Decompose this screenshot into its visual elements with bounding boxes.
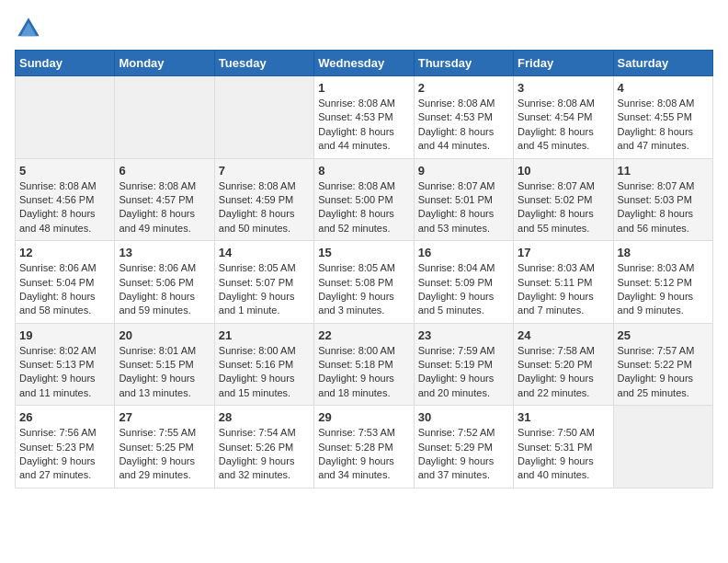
day-detail: Sunrise: 8:08 AMSunset: 4:53 PMDaylight:… bbox=[318, 97, 409, 154]
calendar-cell: 2Sunrise: 8:08 AMSunset: 4:53 PMDaylight… bbox=[414, 76, 513, 159]
logo-icon bbox=[15, 15, 42, 42]
calendar-header: SundayMondayTuesdayWednesdayThursdayFrid… bbox=[16, 51, 713, 76]
calendar-cell: 29Sunrise: 7:53 AMSunset: 5:28 PMDayligh… bbox=[314, 406, 414, 488]
day-number: 7 bbox=[219, 164, 310, 178]
calendar-cell: 9Sunrise: 8:07 AMSunset: 5:01 PMDaylight… bbox=[414, 158, 513, 241]
day-detail: Sunrise: 7:55 AMSunset: 5:25 PMDaylight:… bbox=[119, 426, 210, 483]
week-row-5: 26Sunrise: 7:56 AMSunset: 5:23 PMDayligh… bbox=[16, 406, 713, 488]
day-number: 12 bbox=[19, 246, 110, 259]
day-detail: Sunrise: 7:54 AMSunset: 5:26 PMDaylight:… bbox=[219, 426, 310, 483]
weekday-header-tuesday: Tuesday bbox=[214, 51, 313, 76]
day-number: 2 bbox=[418, 81, 509, 95]
day-number: 19 bbox=[19, 328, 110, 342]
day-detail: Sunrise: 8:01 AMSunset: 5:15 PMDaylight:… bbox=[119, 344, 210, 401]
day-detail: Sunrise: 8:07 AMSunset: 5:01 PMDaylight:… bbox=[418, 179, 509, 236]
day-detail: Sunrise: 7:50 AMSunset: 5:31 PMDaylight:… bbox=[518, 426, 609, 483]
calendar-table: SundayMondayTuesdayWednesdayThursdayFrid… bbox=[15, 50, 713, 488]
day-number: 1 bbox=[318, 81, 409, 95]
calendar-cell: 6Sunrise: 8:08 AMSunset: 4:57 PMDaylight… bbox=[115, 158, 214, 241]
day-detail: Sunrise: 8:07 AMSunset: 5:03 PMDaylight:… bbox=[618, 179, 709, 236]
day-detail: Sunrise: 7:58 AMSunset: 5:20 PMDaylight:… bbox=[518, 344, 609, 401]
calendar-body: 1Sunrise: 8:08 AMSunset: 4:53 PMDaylight… bbox=[16, 76, 713, 488]
day-number: 6 bbox=[119, 164, 210, 178]
week-row-1: 1Sunrise: 8:08 AMSunset: 4:53 PMDaylight… bbox=[16, 76, 713, 159]
week-row-3: 12Sunrise: 8:06 AMSunset: 5:04 PMDayligh… bbox=[16, 241, 713, 324]
calendar-cell bbox=[115, 76, 214, 159]
day-number: 5 bbox=[19, 164, 110, 178]
day-detail: Sunrise: 8:08 AMSunset: 4:53 PMDaylight:… bbox=[418, 97, 509, 154]
weekday-header-wednesday: Wednesday bbox=[314, 51, 414, 76]
calendar-cell: 25Sunrise: 7:57 AMSunset: 5:22 PMDayligh… bbox=[613, 323, 712, 406]
weekday-header-monday: Monday bbox=[115, 51, 214, 76]
calendar-cell: 21Sunrise: 8:00 AMSunset: 5:16 PMDayligh… bbox=[214, 323, 313, 406]
day-number: 18 bbox=[618, 246, 709, 259]
calendar-cell: 31Sunrise: 7:50 AMSunset: 5:31 PMDayligh… bbox=[514, 406, 613, 488]
day-number: 8 bbox=[318, 164, 409, 178]
day-number: 24 bbox=[518, 328, 609, 342]
week-row-4: 19Sunrise: 8:02 AMSunset: 5:13 PMDayligh… bbox=[16, 323, 713, 406]
calendar-cell: 7Sunrise: 8:08 AMSunset: 4:59 PMDaylight… bbox=[214, 158, 313, 241]
calendar-cell bbox=[16, 76, 115, 159]
day-number: 29 bbox=[318, 410, 409, 424]
calendar-cell: 27Sunrise: 7:55 AMSunset: 5:25 PMDayligh… bbox=[115, 406, 214, 488]
calendar-cell: 1Sunrise: 8:08 AMSunset: 4:53 PMDaylight… bbox=[314, 76, 414, 159]
weekday-header-friday: Friday bbox=[514, 51, 613, 76]
logo bbox=[15, 15, 46, 42]
day-number: 30 bbox=[418, 410, 509, 424]
weekday-header-saturday: Saturday bbox=[613, 51, 712, 76]
day-number: 26 bbox=[19, 410, 110, 424]
calendar-cell: 10Sunrise: 8:07 AMSunset: 5:02 PMDayligh… bbox=[514, 158, 613, 241]
calendar-cell: 8Sunrise: 8:08 AMSunset: 5:00 PMDaylight… bbox=[314, 158, 414, 241]
calendar-cell: 19Sunrise: 8:02 AMSunset: 5:13 PMDayligh… bbox=[16, 323, 115, 406]
calendar-cell: 23Sunrise: 7:59 AMSunset: 5:19 PMDayligh… bbox=[414, 323, 513, 406]
day-detail: Sunrise: 8:07 AMSunset: 5:02 PMDaylight:… bbox=[518, 179, 609, 236]
page-header bbox=[15, 15, 713, 42]
day-number: 13 bbox=[119, 246, 210, 259]
calendar-cell: 13Sunrise: 8:06 AMSunset: 5:06 PMDayligh… bbox=[115, 241, 214, 324]
day-detail: Sunrise: 8:03 AMSunset: 5:11 PMDaylight:… bbox=[518, 261, 609, 318]
day-number: 25 bbox=[618, 328, 709, 342]
weekday-header-sunday: Sunday bbox=[16, 51, 115, 76]
day-number: 10 bbox=[518, 164, 609, 178]
calendar-cell: 4Sunrise: 8:08 AMSunset: 4:55 PMDaylight… bbox=[613, 76, 712, 159]
calendar-cell: 28Sunrise: 7:54 AMSunset: 5:26 PMDayligh… bbox=[214, 406, 313, 488]
day-number: 20 bbox=[119, 328, 210, 342]
day-detail: Sunrise: 8:00 AMSunset: 5:16 PMDaylight:… bbox=[219, 344, 310, 401]
day-detail: Sunrise: 8:08 AMSunset: 4:59 PMDaylight:… bbox=[219, 179, 310, 236]
weekday-header-thursday: Thursday bbox=[414, 51, 513, 76]
day-number: 14 bbox=[219, 246, 310, 259]
day-detail: Sunrise: 8:08 AMSunset: 4:54 PMDaylight:… bbox=[518, 97, 609, 154]
day-detail: Sunrise: 7:57 AMSunset: 5:22 PMDaylight:… bbox=[618, 344, 709, 401]
day-number: 9 bbox=[418, 164, 509, 178]
day-number: 3 bbox=[518, 81, 609, 95]
day-detail: Sunrise: 7:52 AMSunset: 5:29 PMDaylight:… bbox=[418, 426, 509, 483]
calendar-cell: 22Sunrise: 8:00 AMSunset: 5:18 PMDayligh… bbox=[314, 323, 414, 406]
calendar-cell: 14Sunrise: 8:05 AMSunset: 5:07 PMDayligh… bbox=[214, 241, 313, 324]
day-detail: Sunrise: 8:08 AMSunset: 4:56 PMDaylight:… bbox=[19, 179, 110, 236]
calendar-cell bbox=[613, 406, 712, 488]
calendar-cell bbox=[214, 76, 313, 159]
calendar-cell: 24Sunrise: 7:58 AMSunset: 5:20 PMDayligh… bbox=[514, 323, 613, 406]
day-detail: Sunrise: 8:02 AMSunset: 5:13 PMDaylight:… bbox=[19, 344, 110, 401]
weekday-row: SundayMondayTuesdayWednesdayThursdayFrid… bbox=[16, 51, 713, 76]
calendar-cell: 20Sunrise: 8:01 AMSunset: 5:15 PMDayligh… bbox=[115, 323, 214, 406]
calendar-cell: 26Sunrise: 7:56 AMSunset: 5:23 PMDayligh… bbox=[16, 406, 115, 488]
day-number: 4 bbox=[618, 81, 709, 95]
day-detail: Sunrise: 8:03 AMSunset: 5:12 PMDaylight:… bbox=[618, 261, 709, 318]
calendar-cell: 15Sunrise: 8:05 AMSunset: 5:08 PMDayligh… bbox=[314, 241, 414, 324]
day-detail: Sunrise: 8:08 AMSunset: 4:55 PMDaylight:… bbox=[618, 97, 709, 154]
day-number: 23 bbox=[418, 328, 509, 342]
calendar-cell: 5Sunrise: 8:08 AMSunset: 4:56 PMDaylight… bbox=[16, 158, 115, 241]
day-number: 17 bbox=[518, 246, 609, 259]
day-number: 27 bbox=[119, 410, 210, 424]
day-number: 28 bbox=[219, 410, 310, 424]
calendar-cell: 12Sunrise: 8:06 AMSunset: 5:04 PMDayligh… bbox=[16, 241, 115, 324]
calendar-cell: 30Sunrise: 7:52 AMSunset: 5:29 PMDayligh… bbox=[414, 406, 513, 488]
day-detail: Sunrise: 8:08 AMSunset: 5:00 PMDaylight:… bbox=[318, 179, 409, 236]
day-detail: Sunrise: 8:00 AMSunset: 5:18 PMDaylight:… bbox=[318, 344, 409, 401]
day-detail: Sunrise: 7:59 AMSunset: 5:19 PMDaylight:… bbox=[418, 344, 509, 401]
day-detail: Sunrise: 7:56 AMSunset: 5:23 PMDaylight:… bbox=[19, 426, 110, 483]
day-detail: Sunrise: 8:06 AMSunset: 5:04 PMDaylight:… bbox=[19, 261, 110, 318]
day-number: 11 bbox=[618, 164, 709, 178]
day-number: 15 bbox=[318, 246, 409, 259]
